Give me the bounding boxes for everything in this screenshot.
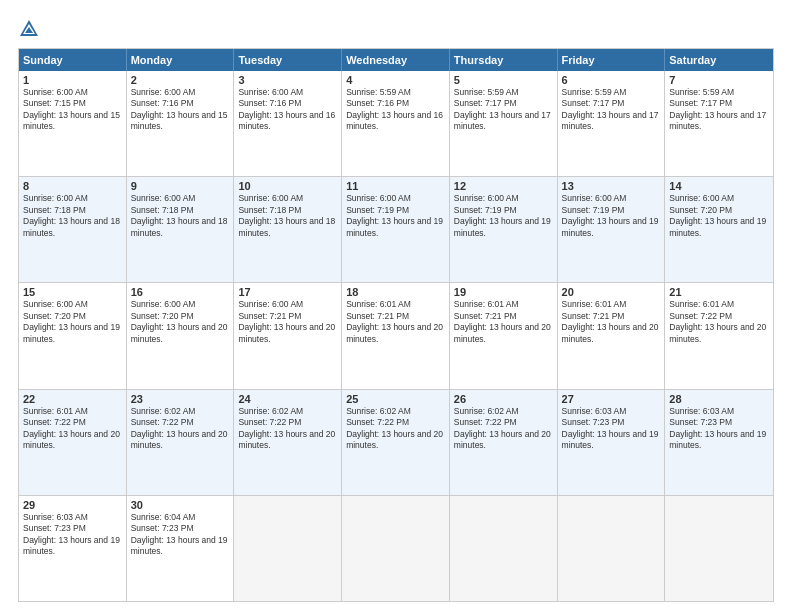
calendar-cell: 18Sunrise: 6:01 AMSunset: 7:21 PMDayligh… xyxy=(342,283,450,388)
day-number: 8 xyxy=(23,180,122,192)
calendar-row-5: 29Sunrise: 6:03 AMSunset: 7:23 PMDayligh… xyxy=(19,495,773,601)
day-number: 18 xyxy=(346,286,445,298)
header-day-thursday: Thursday xyxy=(450,49,558,71)
logo xyxy=(18,18,44,40)
calendar-cell: 11Sunrise: 6:00 AMSunset: 7:19 PMDayligh… xyxy=(342,177,450,282)
day-number: 9 xyxy=(131,180,230,192)
calendar-cell: 7Sunrise: 5:59 AMSunset: 7:17 PMDaylight… xyxy=(665,71,773,176)
day-number: 6 xyxy=(562,74,661,86)
header xyxy=(18,18,774,40)
day-number: 23 xyxy=(131,393,230,405)
day-number: 26 xyxy=(454,393,553,405)
calendar-cell: 12Sunrise: 6:00 AMSunset: 7:19 PMDayligh… xyxy=(450,177,558,282)
calendar-cell: 29Sunrise: 6:03 AMSunset: 7:23 PMDayligh… xyxy=(19,496,127,601)
cell-daylight-info: Sunrise: 6:01 AMSunset: 7:21 PMDaylight:… xyxy=(454,299,553,345)
day-number: 13 xyxy=(562,180,661,192)
header-day-wednesday: Wednesday xyxy=(342,49,450,71)
header-day-friday: Friday xyxy=(558,49,666,71)
cell-daylight-info: Sunrise: 6:00 AMSunset: 7:15 PMDaylight:… xyxy=(23,87,122,133)
day-number: 14 xyxy=(669,180,769,192)
calendar-cell: 17Sunrise: 6:00 AMSunset: 7:21 PMDayligh… xyxy=(234,283,342,388)
cell-daylight-info: Sunrise: 6:00 AMSunset: 7:19 PMDaylight:… xyxy=(562,193,661,239)
calendar-cell: 14Sunrise: 6:00 AMSunset: 7:20 PMDayligh… xyxy=(665,177,773,282)
calendar-cell: 9Sunrise: 6:00 AMSunset: 7:18 PMDaylight… xyxy=(127,177,235,282)
cell-daylight-info: Sunrise: 5:59 AMSunset: 7:16 PMDaylight:… xyxy=(346,87,445,133)
calendar-cell: 3Sunrise: 6:00 AMSunset: 7:16 PMDaylight… xyxy=(234,71,342,176)
cell-daylight-info: Sunrise: 6:00 AMSunset: 7:20 PMDaylight:… xyxy=(669,193,769,239)
calendar-cell xyxy=(558,496,666,601)
cell-daylight-info: Sunrise: 6:01 AMSunset: 7:22 PMDaylight:… xyxy=(23,406,122,452)
day-number: 28 xyxy=(669,393,769,405)
day-number: 27 xyxy=(562,393,661,405)
day-number: 12 xyxy=(454,180,553,192)
day-number: 19 xyxy=(454,286,553,298)
header-day-sunday: Sunday xyxy=(19,49,127,71)
calendar-row-3: 15Sunrise: 6:00 AMSunset: 7:20 PMDayligh… xyxy=(19,282,773,388)
calendar-cell: 23Sunrise: 6:02 AMSunset: 7:22 PMDayligh… xyxy=(127,390,235,495)
cell-daylight-info: Sunrise: 6:00 AMSunset: 7:18 PMDaylight:… xyxy=(23,193,122,239)
calendar-cell: 21Sunrise: 6:01 AMSunset: 7:22 PMDayligh… xyxy=(665,283,773,388)
header-day-monday: Monday xyxy=(127,49,235,71)
calendar-cell: 4Sunrise: 5:59 AMSunset: 7:16 PMDaylight… xyxy=(342,71,450,176)
day-number: 15 xyxy=(23,286,122,298)
cell-daylight-info: Sunrise: 6:02 AMSunset: 7:22 PMDaylight:… xyxy=(346,406,445,452)
logo-icon xyxy=(18,18,40,40)
calendar-cell: 5Sunrise: 5:59 AMSunset: 7:17 PMDaylight… xyxy=(450,71,558,176)
cell-daylight-info: Sunrise: 6:01 AMSunset: 7:21 PMDaylight:… xyxy=(346,299,445,345)
calendar-cell: 13Sunrise: 6:00 AMSunset: 7:19 PMDayligh… xyxy=(558,177,666,282)
cell-daylight-info: Sunrise: 6:00 AMSunset: 7:18 PMDaylight:… xyxy=(131,193,230,239)
page: SundayMondayTuesdayWednesdayThursdayFrid… xyxy=(0,0,792,612)
calendar-cell: 6Sunrise: 5:59 AMSunset: 7:17 PMDaylight… xyxy=(558,71,666,176)
day-number: 21 xyxy=(669,286,769,298)
cell-daylight-info: Sunrise: 6:02 AMSunset: 7:22 PMDaylight:… xyxy=(238,406,337,452)
calendar-cell: 10Sunrise: 6:00 AMSunset: 7:18 PMDayligh… xyxy=(234,177,342,282)
cell-daylight-info: Sunrise: 6:01 AMSunset: 7:21 PMDaylight:… xyxy=(562,299,661,345)
calendar-cell: 25Sunrise: 6:02 AMSunset: 7:22 PMDayligh… xyxy=(342,390,450,495)
calendar-cell: 28Sunrise: 6:03 AMSunset: 7:23 PMDayligh… xyxy=(665,390,773,495)
cell-daylight-info: Sunrise: 6:00 AMSunset: 7:19 PMDaylight:… xyxy=(454,193,553,239)
calendar-cell: 24Sunrise: 6:02 AMSunset: 7:22 PMDayligh… xyxy=(234,390,342,495)
calendar-row-2: 8Sunrise: 6:00 AMSunset: 7:18 PMDaylight… xyxy=(19,176,773,282)
calendar-cell xyxy=(342,496,450,601)
day-number: 2 xyxy=(131,74,230,86)
calendar-cell: 19Sunrise: 6:01 AMSunset: 7:21 PMDayligh… xyxy=(450,283,558,388)
calendar-cell: 30Sunrise: 6:04 AMSunset: 7:23 PMDayligh… xyxy=(127,496,235,601)
day-number: 4 xyxy=(346,74,445,86)
cell-daylight-info: Sunrise: 5:59 AMSunset: 7:17 PMDaylight:… xyxy=(669,87,769,133)
calendar-cell: 2Sunrise: 6:00 AMSunset: 7:16 PMDaylight… xyxy=(127,71,235,176)
calendar: SundayMondayTuesdayWednesdayThursdayFrid… xyxy=(18,48,774,602)
cell-daylight-info: Sunrise: 6:00 AMSunset: 7:20 PMDaylight:… xyxy=(131,299,230,345)
day-number: 10 xyxy=(238,180,337,192)
cell-daylight-info: Sunrise: 6:00 AMSunset: 7:16 PMDaylight:… xyxy=(238,87,337,133)
calendar-cell xyxy=(234,496,342,601)
cell-daylight-info: Sunrise: 6:03 AMSunset: 7:23 PMDaylight:… xyxy=(562,406,661,452)
day-number: 24 xyxy=(238,393,337,405)
cell-daylight-info: Sunrise: 6:03 AMSunset: 7:23 PMDaylight:… xyxy=(669,406,769,452)
day-number: 25 xyxy=(346,393,445,405)
day-number: 17 xyxy=(238,286,337,298)
calendar-cell: 26Sunrise: 6:02 AMSunset: 7:22 PMDayligh… xyxy=(450,390,558,495)
header-day-tuesday: Tuesday xyxy=(234,49,342,71)
day-number: 1 xyxy=(23,74,122,86)
cell-daylight-info: Sunrise: 5:59 AMSunset: 7:17 PMDaylight:… xyxy=(454,87,553,133)
calendar-cell xyxy=(450,496,558,601)
calendar-cell: 1Sunrise: 6:00 AMSunset: 7:15 PMDaylight… xyxy=(19,71,127,176)
calendar-cell: 22Sunrise: 6:01 AMSunset: 7:22 PMDayligh… xyxy=(19,390,127,495)
cell-daylight-info: Sunrise: 6:00 AMSunset: 7:18 PMDaylight:… xyxy=(238,193,337,239)
calendar-row-1: 1Sunrise: 6:00 AMSunset: 7:15 PMDaylight… xyxy=(19,71,773,176)
calendar-cell: 27Sunrise: 6:03 AMSunset: 7:23 PMDayligh… xyxy=(558,390,666,495)
calendar-body: 1Sunrise: 6:00 AMSunset: 7:15 PMDaylight… xyxy=(19,71,773,601)
cell-daylight-info: Sunrise: 5:59 AMSunset: 7:17 PMDaylight:… xyxy=(562,87,661,133)
day-number: 22 xyxy=(23,393,122,405)
calendar-cell: 15Sunrise: 6:00 AMSunset: 7:20 PMDayligh… xyxy=(19,283,127,388)
calendar-cell: 8Sunrise: 6:00 AMSunset: 7:18 PMDaylight… xyxy=(19,177,127,282)
calendar-cell xyxy=(665,496,773,601)
calendar-row-4: 22Sunrise: 6:01 AMSunset: 7:22 PMDayligh… xyxy=(19,389,773,495)
cell-daylight-info: Sunrise: 6:02 AMSunset: 7:22 PMDaylight:… xyxy=(454,406,553,452)
cell-daylight-info: Sunrise: 6:04 AMSunset: 7:23 PMDaylight:… xyxy=(131,512,230,558)
cell-daylight-info: Sunrise: 6:00 AMSunset: 7:19 PMDaylight:… xyxy=(346,193,445,239)
day-number: 16 xyxy=(131,286,230,298)
calendar-cell: 16Sunrise: 6:00 AMSunset: 7:20 PMDayligh… xyxy=(127,283,235,388)
day-number: 29 xyxy=(23,499,122,511)
cell-daylight-info: Sunrise: 6:00 AMSunset: 7:20 PMDaylight:… xyxy=(23,299,122,345)
